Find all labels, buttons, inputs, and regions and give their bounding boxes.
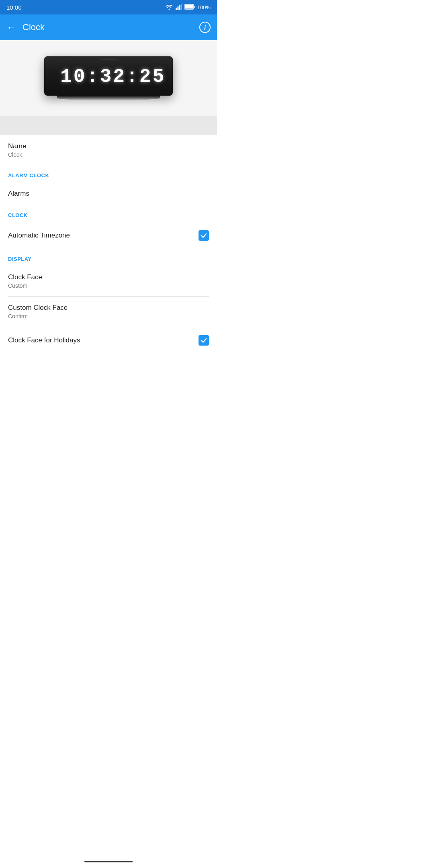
signal-icon [176, 4, 182, 11]
clock-display-time: 10:32:25 [60, 66, 157, 88]
name-setting-item[interactable]: Name Clock [0, 135, 217, 165]
svg-rect-0 [176, 8, 177, 10]
auto-timezone-checkbox[interactable] [199, 230, 209, 241]
name-label: Name [8, 142, 209, 150]
clock-face-holidays-label: Clock Face for Holidays [8, 336, 80, 344]
clock-device: 10:32:25 [44, 56, 173, 96]
custom-clock-face-label: Custom Clock Face [8, 304, 209, 312]
battery-percentage: 100% [197, 4, 211, 10]
status-icons: 100% [165, 4, 211, 11]
alarms-label: Alarms [8, 190, 209, 198]
clock-preview-section: 10:32:25 [0, 40, 217, 116]
battery-icon [184, 4, 195, 11]
section-header-alarm-clock: ALARM CLOCK [0, 165, 217, 182]
app-bar-title: Clock [23, 22, 199, 33]
status-bar: 10:00 100% [0, 0, 217, 14]
auto-timezone-label: Automatic Timezone [8, 231, 70, 240]
svg-rect-1 [177, 6, 178, 10]
section-header-clock: CLOCK [0, 205, 217, 222]
svg-rect-2 [179, 5, 180, 10]
name-value: Clock [8, 151, 209, 158]
app-bar: ← Clock i [0, 14, 217, 40]
svg-rect-5 [185, 5, 193, 8]
svg-rect-3 [181, 4, 182, 10]
clock-face-label: Clock Face [8, 273, 209, 281]
status-time: 10:00 [6, 4, 22, 11]
clock-face-holidays-checkbox[interactable] [199, 335, 209, 346]
settings-list: Name Clock ALARM CLOCK Alarms CLOCK Auto… [0, 135, 217, 354]
section-divider [0, 116, 217, 135]
clock-face-value: Custom [8, 283, 209, 289]
wifi-icon [165, 4, 173, 11]
custom-clock-face-item[interactable]: Custom Clock Face Confirm [0, 297, 217, 327]
auto-timezone-item[interactable]: Automatic Timezone [0, 222, 217, 249]
clock-face-item[interactable]: Clock Face Custom [0, 266, 217, 296]
clock-face-holidays-item[interactable]: Clock Face for Holidays [0, 327, 217, 354]
custom-clock-face-value: Confirm [8, 313, 209, 319]
back-button[interactable]: ← [6, 23, 16, 32]
alarms-item[interactable]: Alarms [0, 182, 217, 205]
svg-rect-6 [194, 6, 195, 8]
section-header-display: DISPLAY [0, 249, 217, 266]
info-button[interactable]: i [199, 22, 211, 33]
